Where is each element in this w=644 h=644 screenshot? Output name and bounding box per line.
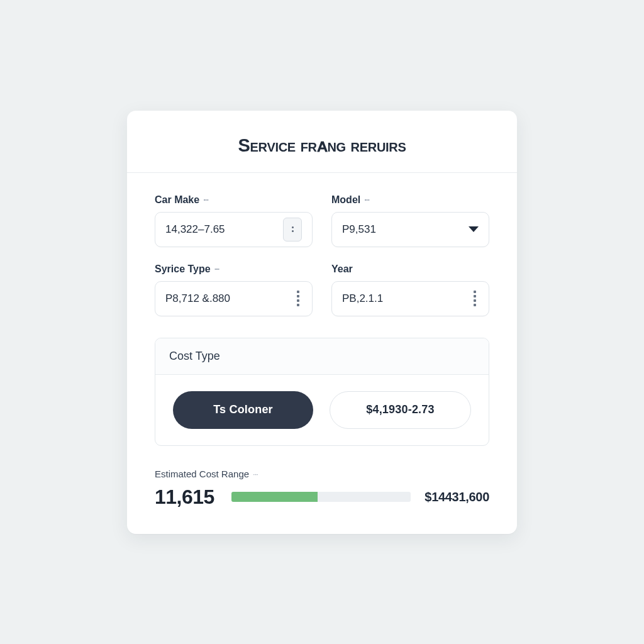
- model-select[interactable]: P9,531: [331, 212, 489, 247]
- chevron-down-icon: [469, 226, 479, 232]
- cost-type-panel: Cost Type Ts Coloner $4,1930-2.73: [155, 338, 489, 446]
- year-label: Year: [331, 264, 489, 275]
- drag-handle-icon[interactable]: [297, 291, 302, 306]
- model-label: Model ···: [331, 194, 489, 206]
- fields-grid: Car Make ··· 14,322–7.65 Model ··· P9,53…: [155, 194, 489, 316]
- syrice-type-input[interactable]: P8,712 &.880: [155, 281, 313, 316]
- estimate-high-value: $14431,600: [425, 490, 489, 504]
- estimate-row: 11,615 $14431,600: [155, 486, 489, 509]
- ellipsis-icon: ···: [214, 264, 219, 274]
- year-input[interactable]: PB,2.1.1: [331, 281, 489, 316]
- cost-type-primary-button[interactable]: Ts Coloner: [173, 391, 313, 429]
- estimate-section: Estimated Cost Range ··· 11,615 $14431,6…: [155, 469, 489, 509]
- stepper-icon[interactable]: [283, 218, 302, 242]
- card-body: Car Make ··· 14,322–7.65 Model ··· P9,53…: [127, 173, 517, 534]
- card-header: Service frᴀng reruirs: [127, 111, 517, 173]
- ellipsis-icon: ···: [203, 195, 208, 204]
- service-card: Service frᴀng reruirs Car Make ··· 14,32…: [127, 111, 517, 534]
- syrice-type-label: Syrice Type ···: [155, 264, 313, 275]
- car-make-input[interactable]: 14,322–7.65: [155, 212, 313, 247]
- ellipsis-icon: ···: [253, 469, 258, 479]
- ellipsis-icon: ···: [364, 195, 369, 204]
- progress-fill: [231, 492, 318, 502]
- page-title: Service frᴀng reruirs: [152, 135, 492, 156]
- field-syrice-type: Syrice Type ··· P8,712 &.880: [155, 264, 313, 316]
- cost-type-options: Ts Coloner $4,1930-2.73: [155, 375, 489, 445]
- field-model: Model ··· P9,531: [331, 194, 489, 247]
- car-make-label: Car Make ···: [155, 194, 313, 206]
- cost-type-label: Cost Type: [155, 338, 489, 375]
- field-car-make: Car Make ··· 14,322–7.65: [155, 194, 313, 247]
- cost-type-secondary-button[interactable]: $4,1930-2.73: [330, 391, 471, 429]
- estimate-progress[interactable]: [231, 492, 411, 502]
- drag-handle-icon[interactable]: [474, 291, 479, 306]
- estimate-label: Estimated Cost Range ···: [155, 469, 489, 479]
- estimate-low-value: 11,615: [155, 486, 218, 509]
- field-year: Year PB,2.1.1: [331, 264, 489, 316]
